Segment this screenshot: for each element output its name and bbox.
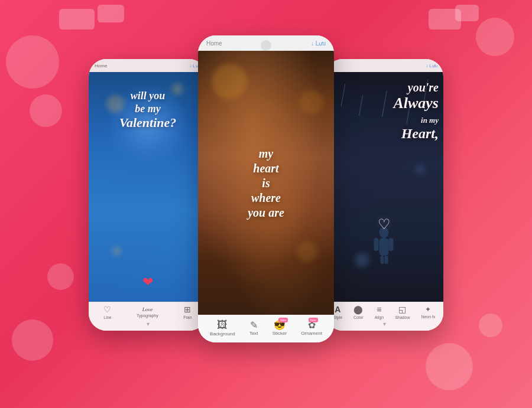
- typography-label: Typography: [137, 314, 158, 318]
- phone-left-screen: will yoube myValentine? ❤: [89, 72, 207, 302]
- toolbar-item-style[interactable]: A Style: [333, 305, 342, 319]
- toolbar-item-align[interactable]: ≡ Align: [375, 305, 384, 319]
- phone-center-notch: [261, 40, 271, 51]
- svg-rect-2: [374, 238, 379, 251]
- phone-center-quote: myheartiswhereyou are: [213, 146, 319, 220]
- rain-1: [341, 84, 346, 107]
- color-icon: ⬤: [353, 305, 363, 314]
- frame-icon: ⊞: [184, 305, 191, 314]
- sticker-label: Sticker: [273, 331, 287, 336]
- phone-left-home-label: Home: [95, 63, 107, 68]
- toolbar-item-frame[interactable]: ⊞ Fran: [183, 305, 192, 319]
- rain-2: [359, 95, 363, 116]
- sticker-badge: New: [278, 318, 288, 322]
- toolbar-item-text[interactable]: ✎ Text: [249, 319, 258, 336]
- neonfx-icon: ✦: [425, 305, 431, 314]
- phones-container: Home ↓ Lưu will yoube myValentine? ❤ ♡ L…: [53, 24, 479, 390]
- phone-left-text: will yoube myValentine?: [89, 90, 207, 131]
- line-label: Line: [103, 315, 111, 319]
- align-label: Align: [375, 315, 384, 319]
- phone-center: Home ↓ Lưu myheartiswhereyou are 🖼 Backg…: [198, 35, 334, 342]
- right-heart-icon: ♡: [378, 216, 391, 233]
- align-icon: ≡: [377, 305, 381, 314]
- phone-right-screen: you'reAlwaysin myHeart, ♡: [325, 72, 443, 302]
- phone-center-toolbar-items: 🖼 Background ✎ Text 😎 New Sticker ✿: [198, 319, 334, 337]
- background-label: Background: [210, 331, 235, 337]
- bokeh-right-1: [355, 253, 369, 267]
- phone-left-header: Home ↓ Lưu: [89, 59, 207, 72]
- phone-right: ↓ Lưu you'reAlwaysin myHeart,: [325, 59, 443, 331]
- decorative-square-4: [455, 5, 479, 21]
- bokeh-center-2: [300, 90, 323, 114]
- text-label: Text: [249, 331, 258, 336]
- svg-rect-1: [379, 238, 389, 256]
- bokeh-3: [112, 247, 121, 256]
- phone-right-quote: you'reAlwaysin myHeart,: [393, 81, 439, 142]
- toolbar-item-shadow[interactable]: ◱ Shadow: [395, 305, 410, 319]
- phone-right-toolbar: A Style ⬤ Color ≡ Align ◱ Shadow ✦ Neo: [325, 302, 443, 331]
- phone-left-toolbar: ♡ Line Love Typography ⊞ Fran ▾: [89, 302, 207, 331]
- toolbar-item-color[interactable]: ⬤ Color: [353, 305, 364, 319]
- toolbar-chevron-right[interactable]: ▾: [325, 321, 443, 327]
- frame-label: Fran: [183, 315, 192, 319]
- ornament-badge: New: [309, 318, 318, 322]
- toolbar-item-sticker[interactable]: 😎 New Sticker: [273, 319, 287, 336]
- rain-3: [382, 90, 387, 116]
- decorative-dot-3: [12, 319, 53, 361]
- toolbar-item-neonfx[interactable]: ✦ Neon fx: [421, 305, 435, 319]
- left-heart-icon: ❤: [142, 275, 153, 290]
- neonfx-label: Neon fx: [421, 315, 435, 319]
- svg-rect-3: [389, 238, 394, 251]
- decorative-square-2: [98, 5, 124, 22]
- typography-icon: Love: [142, 306, 153, 312]
- svg-rect-4: [381, 256, 384, 264]
- toolbar-item-background[interactable]: 🖼 Background: [210, 319, 235, 337]
- phone-left-toolbar-items: ♡ Line Love Typography ⊞ Fran: [89, 305, 207, 319]
- decorative-dot-6: [479, 314, 502, 337]
- phone-right-save-button[interactable]: ↓ Lưu: [426, 63, 437, 68]
- phone-center-screen: myheartiswhereyou are: [198, 51, 334, 315]
- shadow-label: Shadow: [395, 315, 410, 319]
- decorative-dot-1: [6, 35, 59, 89]
- bokeh-right-2: [415, 164, 426, 175]
- phone-right-text: you'reAlwaysin myHeart,: [393, 81, 439, 142]
- toolbar-chevron-left[interactable]: ▾: [89, 321, 207, 327]
- style-label: Style: [333, 315, 342, 319]
- bokeh-center-3: [297, 241, 317, 262]
- toolbar-item-typography[interactable]: Love Typography: [137, 306, 158, 318]
- line-icon: ♡: [103, 305, 111, 314]
- bokeh-center-1: [212, 64, 247, 99]
- phone-right-header: ↓ Lưu: [325, 59, 443, 72]
- toolbar-item-ornament[interactable]: ✿ New Ornament: [301, 319, 322, 336]
- phone-left-quote: will yoube myValentine?: [89, 90, 207, 131]
- phone-left: Home ↓ Lưu will yoube myValentine? ❤ ♡ L…: [89, 59, 207, 331]
- phone-center-toolbar: 🖼 Background ✎ Text 😎 New Sticker ✿: [198, 315, 334, 342]
- svg-rect-5: [385, 256, 388, 264]
- phone-center-home-label: Home: [206, 40, 222, 47]
- background-icon: 🖼: [217, 319, 228, 331]
- toolbar-item-line[interactable]: ♡ Line: [103, 305, 111, 319]
- decorative-dot-5: [476, 18, 514, 56]
- text-icon: ✎: [250, 319, 258, 331]
- phone-right-toolbar-items: A Style ⬤ Color ≡ Align ◱ Shadow ✦ Neo: [325, 305, 443, 319]
- ornament-label: Ornament: [301, 331, 322, 336]
- color-label: Color: [353, 315, 364, 319]
- phone-center-save-button[interactable]: ↓ Lưu: [311, 40, 326, 47]
- style-icon: A: [335, 305, 340, 314]
- shadow-icon: ◱: [398, 305, 406, 314]
